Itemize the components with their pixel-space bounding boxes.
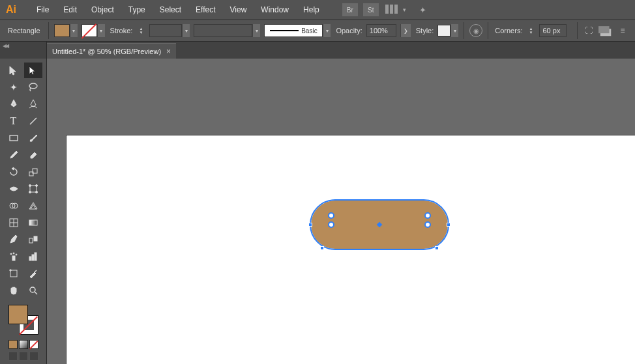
control-bar: Rectangle ▾ ▾ Stroke: ▲▼ ▾ ▾ Basic ▾ Opa… [0,20,635,42]
magic-wand-tool[interactable]: ✦ [5,79,23,95]
opacity-input[interactable] [366,24,396,37]
svg-rect-20 [34,236,37,241]
align-panel-button[interactable]: ≡ [615,24,630,37]
svg-rect-28 [10,270,17,277]
stroke-color-dropdown[interactable]: ▾ [81,24,105,37]
close-tab-button[interactable]: × [166,47,171,56]
menu-object[interactable]: Object [85,3,121,17]
curvature-tool[interactable] [24,96,42,112]
perspective-grid-tool[interactable] [24,198,42,214]
fill-color-dropdown[interactable]: ▾ [54,24,78,37]
blend-tool[interactable] [24,232,42,247]
hand-tool[interactable] [5,283,23,298]
symbol-sprayer-tool[interactable] [5,249,23,264]
tool-panel: ✦ T [0,59,47,364]
svg-point-23 [13,253,14,254]
isolate-button[interactable] [598,24,613,37]
svg-rect-5 [10,135,18,141]
svg-point-24 [16,254,17,255]
eyedropper-tool[interactable] [5,232,23,247]
free-transform-tool[interactable] [24,181,42,197]
live-corner-widget[interactable] [424,212,431,219]
stroke-weight-dropdown[interactable]: ▾ [149,24,190,37]
color-mode-row [8,340,38,349]
brush-definition-dropdown[interactable]: Basic ▾ [264,24,331,37]
chevron-down-icon: ▾ [70,24,78,37]
draw-mode-row [8,352,38,361]
canvas-area[interactable] [47,59,635,364]
anchor-point[interactable] [308,223,312,227]
rotate-tool[interactable] [5,164,23,180]
mesh-tool[interactable] [5,215,23,231]
shape-builder-tool[interactable] [5,198,23,214]
direct-selection-tool[interactable] [24,63,42,78]
slice-tool[interactable] [24,266,42,281]
gradient-tool[interactable] [24,215,42,231]
arrange-documents-button[interactable] [385,5,399,15]
menu-select[interactable]: Select [153,3,188,17]
stroke-weight-stepper[interactable]: ▲▼ [136,24,145,37]
svg-point-10 [35,185,37,187]
menu-type[interactable]: Type [122,3,152,17]
corners-stepper[interactable]: ▲▼ [526,24,535,37]
column-graph-tool[interactable] [24,249,42,264]
pen-tool[interactable] [5,96,23,112]
color-mode-button[interactable] [8,340,18,349]
live-corner-widget[interactable] [424,221,431,228]
chevron-down-icon: ▾ [97,24,105,37]
svg-rect-1 [598,26,610,33]
svg-point-12 [35,191,37,193]
artboard[interactable] [66,135,635,364]
live-corner-widget[interactable] [328,212,334,219]
opacity-flyout-button[interactable]: ❯ [400,24,411,37]
menu-file[interactable]: File [30,3,55,17]
draw-normal-button[interactable] [8,352,18,361]
fill-indicator[interactable] [8,305,28,324]
none-mode-button[interactable] [29,340,38,349]
type-tool[interactable]: T [5,113,23,129]
toolbar-collapse-grip[interactable]: ◀◀ [0,42,47,59]
anchor-point[interactable] [435,246,439,250]
svg-rect-8 [30,186,37,192]
gpu-preview-icon[interactable]: ✦ [417,5,430,15]
lasso-tool[interactable] [24,79,42,95]
variable-width-profile-dropdown[interactable]: ▾ [194,24,260,37]
scale-tool[interactable] [24,164,42,180]
fill-stroke-indicator[interactable] [8,305,38,335]
svg-line-32 [35,292,37,294]
width-tool[interactable] [5,181,23,197]
menu-view[interactable]: View [224,3,254,17]
draw-behind-button[interactable] [19,352,28,361]
menu-help[interactable]: Help [297,3,326,17]
menu-edit[interactable]: Edit [57,3,83,17]
paintbrush-tool[interactable] [24,130,42,146]
main-area: ✦ T [0,59,635,364]
eraser-tool[interactable] [24,147,42,163]
shaper-tool[interactable] [5,147,23,163]
graphic-style-dropdown[interactable]: ▾ [437,24,458,37]
live-corner-widget[interactable] [328,221,334,228]
menu-window[interactable]: Window [254,3,295,17]
stroke-swatch [81,24,97,37]
recolor-artwork-button[interactable]: ◉ [469,24,482,37]
selection-tool[interactable] [5,63,23,78]
artboard-tool[interactable] [5,266,23,281]
selected-rectangle-shape[interactable] [311,201,448,249]
anchor-point[interactable] [320,246,324,250]
svg-point-22 [10,253,12,255]
bridge-button[interactable]: Br [342,3,358,16]
document-tab[interactable]: Untitled-1* @ 50% (RGB/Preview) × [47,43,176,59]
stock-button[interactable]: St [363,3,379,16]
style-label: Style: [416,27,434,35]
transform-panel-button[interactable]: ⛶ [582,24,596,37]
corners-input[interactable] [539,24,567,37]
menu-effect[interactable]: Effect [189,3,222,17]
chevron-down-icon: ▾ [450,24,458,37]
gradient-mode-button[interactable] [19,340,28,349]
draw-inside-button[interactable] [29,352,38,361]
line-segment-tool[interactable] [24,113,42,129]
rectangle-tool[interactable] [5,130,23,146]
stroke-weight-input[interactable] [149,24,182,37]
anchor-point[interactable] [447,223,450,227]
zoom-tool[interactable] [24,283,42,298]
